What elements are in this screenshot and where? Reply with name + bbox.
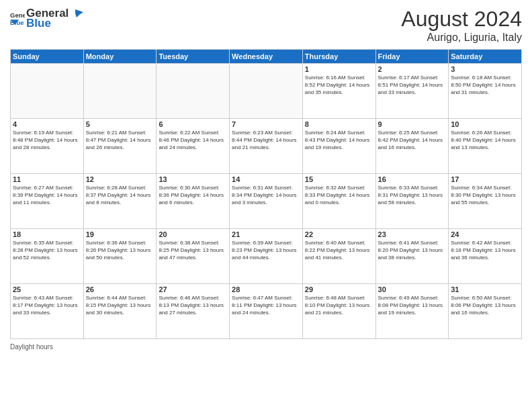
day-number: 5: [86, 120, 154, 128]
day-info: Sunrise: 6:36 AM Sunset: 8:26 PM Dayligh…: [86, 239, 154, 262]
day-header-thursday: Thursday: [302, 50, 375, 64]
day-info: Sunrise: 6:21 AM Sunset: 8:47 PM Dayligh…: [86, 129, 154, 152]
day-info: Sunrise: 6:18 AM Sunset: 8:50 PM Dayligh…: [451, 74, 519, 97]
day-info: Sunrise: 6:30 AM Sunset: 8:36 PM Dayligh…: [159, 184, 227, 207]
day-number: 24: [451, 230, 519, 238]
day-info: Sunrise: 6:44 AM Sunset: 8:15 PM Dayligh…: [86, 294, 154, 317]
svg-text:General: General: [10, 12, 25, 19]
day-number: 14: [232, 175, 300, 183]
day-info: Sunrise: 6:39 AM Sunset: 8:23 PM Dayligh…: [232, 239, 300, 262]
day-number: 27: [159, 285, 227, 293]
day-info: Sunrise: 6:31 AM Sunset: 8:34 PM Dayligh…: [232, 184, 300, 207]
day-number: 9: [378, 120, 447, 128]
calendar-cell: [83, 64, 157, 119]
calendar-table: SundayMondayTuesdayWednesdayThursdayFrid…: [10, 49, 522, 339]
svg-text:Blue: Blue: [10, 19, 24, 26]
calendar-cell: 11Sunrise: 6:27 AM Sunset: 8:39 PM Dayli…: [11, 174, 84, 229]
calendar-cell: 7Sunrise: 6:23 AM Sunset: 8:44 PM Daylig…: [230, 119, 303, 174]
logo-blue-text: Blue: [26, 17, 83, 30]
day-number: 3: [451, 65, 519, 73]
day-info: Sunrise: 6:41 AM Sunset: 8:20 PM Dayligh…: [378, 239, 447, 262]
day-number: 16: [378, 175, 447, 183]
calendar-cell: 14Sunrise: 6:31 AM Sunset: 8:34 PM Dayli…: [230, 174, 303, 229]
day-info: Sunrise: 6:34 AM Sunset: 8:30 PM Dayligh…: [451, 184, 519, 207]
day-number: 18: [13, 230, 81, 238]
day-info: Sunrise: 6:49 AM Sunset: 8:08 PM Dayligh…: [378, 294, 447, 317]
day-number: 29: [305, 285, 373, 293]
day-info: Sunrise: 6:19 AM Sunset: 8:48 PM Dayligh…: [13, 129, 81, 152]
calendar-cell: 13Sunrise: 6:30 AM Sunset: 8:36 PM Dayli…: [157, 174, 230, 229]
calendar-cell: 24Sunrise: 6:42 AM Sunset: 8:18 PM Dayli…: [449, 229, 522, 284]
logo-icon: General Blue: [10, 11, 25, 26]
day-number: 10: [451, 120, 519, 128]
day-number: 25: [13, 285, 81, 293]
day-number: 31: [451, 285, 519, 293]
calendar-cell: 1Sunrise: 6:16 AM Sunset: 8:52 PM Daylig…: [302, 64, 375, 119]
calendar-cell: 26Sunrise: 6:44 AM Sunset: 8:15 PM Dayli…: [83, 284, 157, 339]
day-info: Sunrise: 6:35 AM Sunset: 8:28 PM Dayligh…: [13, 239, 81, 262]
day-number: 30: [378, 285, 447, 293]
footer: Daylight hours: [10, 343, 522, 351]
day-number: 26: [86, 285, 154, 293]
day-number: 8: [305, 120, 373, 128]
day-info: Sunrise: 6:24 AM Sunset: 8:43 PM Dayligh…: [305, 129, 373, 152]
day-number: 17: [451, 175, 519, 183]
calendar-week-row: 4Sunrise: 6:19 AM Sunset: 8:48 PM Daylig…: [11, 119, 522, 174]
day-number: 15: [305, 175, 373, 183]
calendar-cell: [157, 64, 230, 119]
calendar-cell: 10Sunrise: 6:26 AM Sunset: 8:40 PM Dayli…: [449, 119, 522, 174]
day-info: Sunrise: 6:26 AM Sunset: 8:40 PM Dayligh…: [451, 129, 519, 152]
calendar-cell: 31Sunrise: 6:50 AM Sunset: 8:06 PM Dayli…: [449, 284, 522, 339]
calendar-cell: 29Sunrise: 6:48 AM Sunset: 8:10 PM Dayli…: [302, 284, 375, 339]
day-info: Sunrise: 6:46 AM Sunset: 8:13 PM Dayligh…: [159, 294, 227, 317]
page: General Blue General Blue August 2024 Au…: [0, 0, 532, 411]
day-number: 4: [13, 120, 81, 128]
calendar-cell: 9Sunrise: 6:25 AM Sunset: 8:42 PM Daylig…: [375, 119, 449, 174]
calendar-cell: 18Sunrise: 6:35 AM Sunset: 8:28 PM Dayli…: [11, 229, 84, 284]
day-header-friday: Friday: [375, 50, 449, 64]
day-header-tuesday: Tuesday: [157, 50, 230, 64]
calendar-cell: 6Sunrise: 6:22 AM Sunset: 8:46 PM Daylig…: [157, 119, 230, 174]
calendar-cell: 25Sunrise: 6:43 AM Sunset: 8:17 PM Dayli…: [11, 284, 84, 339]
day-number: 21: [232, 230, 300, 238]
day-info: Sunrise: 6:17 AM Sunset: 8:51 PM Dayligh…: [378, 74, 447, 97]
day-info: Sunrise: 6:40 AM Sunset: 8:22 PM Dayligh…: [305, 239, 373, 262]
calendar-cell: 3Sunrise: 6:18 AM Sunset: 8:50 PM Daylig…: [449, 64, 522, 119]
day-info: Sunrise: 6:43 AM Sunset: 8:17 PM Dayligh…: [13, 294, 81, 317]
day-info: Sunrise: 6:25 AM Sunset: 8:42 PM Dayligh…: [378, 129, 447, 152]
day-info: Sunrise: 6:27 AM Sunset: 8:39 PM Dayligh…: [13, 184, 81, 207]
calendar-week-row: 18Sunrise: 6:35 AM Sunset: 8:28 PM Dayli…: [11, 229, 522, 284]
calendar-cell: 8Sunrise: 6:24 AM Sunset: 8:43 PM Daylig…: [302, 119, 375, 174]
day-number: 22: [305, 230, 373, 238]
day-number: 6: [159, 120, 227, 128]
calendar-cell: 20Sunrise: 6:38 AM Sunset: 8:25 PM Dayli…: [157, 229, 230, 284]
calendar-cell: 28Sunrise: 6:47 AM Sunset: 8:11 PM Dayli…: [230, 284, 303, 339]
day-number: 23: [378, 230, 447, 238]
day-header-saturday: Saturday: [449, 50, 522, 64]
day-number: 1: [305, 65, 373, 73]
day-info: Sunrise: 6:50 AM Sunset: 8:06 PM Dayligh…: [451, 294, 519, 317]
day-header-sunday: Sunday: [11, 50, 84, 64]
day-number: 11: [13, 175, 81, 183]
month-title: August 2024: [401, 7, 522, 32]
calendar-cell: 30Sunrise: 6:49 AM Sunset: 8:08 PM Dayli…: [375, 284, 449, 339]
logo: General Blue General Blue: [10, 7, 83, 30]
calendar-cell: 15Sunrise: 6:32 AM Sunset: 8:33 PM Dayli…: [302, 174, 375, 229]
day-number: 19: [86, 230, 154, 238]
day-info: Sunrise: 6:28 AM Sunset: 8:37 PM Dayligh…: [86, 184, 154, 207]
day-info: Sunrise: 6:38 AM Sunset: 8:25 PM Dayligh…: [159, 239, 227, 262]
day-info: Sunrise: 6:23 AM Sunset: 8:44 PM Dayligh…: [232, 129, 300, 152]
header: General Blue General Blue August 2024 Au…: [10, 7, 522, 44]
calendar-cell: 12Sunrise: 6:28 AM Sunset: 8:37 PM Dayli…: [83, 174, 157, 229]
footer-label: Daylight hours: [10, 343, 53, 351]
day-number: 2: [378, 65, 447, 73]
day-number: 28: [232, 285, 300, 293]
calendar-cell: 21Sunrise: 6:39 AM Sunset: 8:23 PM Dayli…: [230, 229, 303, 284]
calendar-cell: 19Sunrise: 6:36 AM Sunset: 8:26 PM Dayli…: [83, 229, 157, 284]
day-info: Sunrise: 6:22 AM Sunset: 8:46 PM Dayligh…: [159, 129, 227, 152]
calendar-cell: 27Sunrise: 6:46 AM Sunset: 8:13 PM Dayli…: [157, 284, 230, 339]
day-number: 13: [159, 175, 227, 183]
day-info: Sunrise: 6:32 AM Sunset: 8:33 PM Dayligh…: [305, 184, 373, 207]
calendar-header-row: SundayMondayTuesdayWednesdayThursdayFrid…: [11, 50, 522, 64]
day-number: 12: [86, 175, 154, 183]
